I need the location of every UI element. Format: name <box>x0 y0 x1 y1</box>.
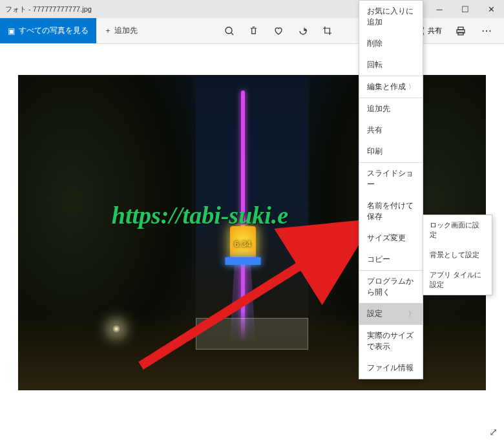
chevron-right-icon: 〉 <box>408 310 415 319</box>
ctx-actual-size[interactable]: 実際のサイズで表示 <box>359 325 423 357</box>
chevron-right-icon: 〉 <box>408 83 415 92</box>
favorite-icon[interactable] <box>266 18 291 43</box>
context-menu: お気に入りに追加 削除 回転 編集と作成〉 追加先 共有 印刷 スライドショー … <box>359 0 423 379</box>
sub-background[interactable]: 背景として設定 <box>423 245 492 265</box>
crop-icon[interactable] <box>315 18 340 43</box>
ctx-share[interactable]: 共有 <box>359 120 423 141</box>
resize-handle-icon[interactable]: ⤢ <box>489 426 498 438</box>
ctx-open-with[interactable]: プログラムから開く <box>359 271 423 303</box>
ctx-edit-create[interactable]: 編集と作成〉 <box>359 76 423 98</box>
scene-building <box>196 318 308 350</box>
add-to-label: 追加先 <box>114 25 138 36</box>
ctx-slideshow[interactable]: スライドショー <box>359 163 423 195</box>
tower-clock: 6:34 <box>235 239 251 249</box>
delete-icon[interactable] <box>242 18 266 43</box>
maximize-button[interactable]: ☐ <box>452 0 478 18</box>
ctx-resize[interactable]: サイズ変更 <box>359 227 423 249</box>
window-title: フォト - 777777777777.jpg <box>5 5 499 14</box>
more-icon[interactable]: ⋯ <box>474 25 499 37</box>
sub-lock-screen[interactable]: ロック画面に設定 <box>423 215 492 245</box>
scene-light <box>112 324 121 333</box>
ctx-delete[interactable]: 削除 <box>359 33 423 54</box>
all-photos-label: すべての写真を見る <box>19 25 89 36</box>
ctx-save-as[interactable]: 名前を付けて保存 <box>359 195 423 227</box>
print-icon[interactable] <box>448 26 473 36</box>
ctx-add-to[interactable]: 追加先 <box>359 98 423 120</box>
share-label: 共有 <box>428 26 442 36</box>
ctx-settings[interactable]: 設定〉 <box>359 303 423 324</box>
photo-icon: ▣ <box>8 26 15 36</box>
close-button[interactable]: ✕ <box>478 0 504 18</box>
ctx-file-info[interactable]: ファイル情報 <box>359 357 423 379</box>
settings-submenu: ロック画面に設定 背景として設定 アプリ タイルに設定 <box>423 215 492 295</box>
ctx-favorite[interactable]: お気に入りに追加 <box>359 1 423 33</box>
svg-rect-7 <box>458 32 463 35</box>
sub-app-tile[interactable]: アプリ タイルに設定 <box>423 265 492 295</box>
minimize-button[interactable]: ─ <box>426 0 452 18</box>
ctx-copy[interactable]: コピー <box>359 249 423 270</box>
add-to-button[interactable]: ＋ 追加先 <box>96 25 145 36</box>
ctx-print[interactable]: 印刷 <box>359 141 423 162</box>
watermark-text: https://tabi-suki.e <box>112 201 288 229</box>
all-photos-button[interactable]: ▣ すべての写真を見る <box>0 18 96 43</box>
svg-line-1 <box>231 33 233 35</box>
ctx-rotate[interactable]: 回転 <box>359 54 423 76</box>
window-controls: ─ ☐ ✕ <box>426 0 504 18</box>
plus-icon: ＋ <box>104 25 112 36</box>
zoom-icon[interactable] <box>217 18 242 43</box>
rotate-icon[interactable] <box>291 18 315 43</box>
svg-point-0 <box>226 27 232 34</box>
toolbar: ▣ すべての写真を見る ＋ 追加先 共有 ⋯ <box>0 18 504 44</box>
